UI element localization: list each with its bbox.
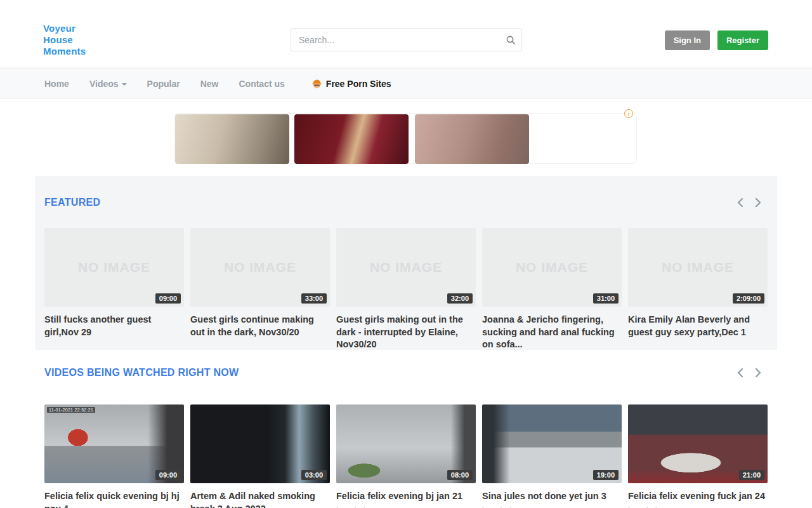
video-title[interactable]: Kira Emily Alan Beverly and guest guy se…: [628, 314, 768, 338]
video-card: NO IMAGE 2:09:00 Kira Emily Alan Beverly…: [628, 228, 768, 351]
nav-item-popular[interactable]: Popular: [147, 79, 180, 89]
header: Voyeur House Moments Sign In Register: [0, 0, 812, 67]
video-card: NO IMAGE 31:00 Joanna & Jericho fingerin…: [482, 228, 622, 351]
duration-badge: 08:00: [447, 470, 473, 480]
chevron-down-icon: [122, 83, 127, 86]
video-card: NO IMAGE 32:00 Guest girls making out in…: [336, 228, 476, 351]
ad-info-icon[interactable]: i: [624, 109, 633, 118]
duration-badge: 09:00: [155, 470, 181, 480]
no-image-placeholder: NO IMAGE: [370, 260, 442, 275]
featured-section: FEATURED NO IMAGE 09:00 Still fucks anot…: [35, 176, 777, 350]
search-bar: [291, 28, 522, 51]
ad-image-3[interactable]: [415, 114, 529, 164]
nav-item-new[interactable]: New: [200, 79, 219, 89]
video-title[interactable]: Felicia felix evening fuck jan 24: [628, 490, 768, 503]
video-thumbnail[interactable]: 03:00: [190, 404, 330, 483]
nav-item-contact-us[interactable]: Contact us: [239, 79, 284, 89]
nav-videos-label: Videos: [89, 79, 119, 89]
cctv-timestamp-overlay: 11-01-2021 22:52:21: [47, 407, 95, 413]
no-image-placeholder: NO IMAGE: [78, 260, 150, 275]
duration-badge: 32:00: [447, 293, 473, 304]
logo-line-1: Voyeur: [43, 23, 86, 34]
carousel-next-button[interactable]: [754, 196, 763, 209]
video-byline: by admin: [482, 505, 622, 508]
video-card: 03:00 Artem & Adil naked smoking break 3…: [190, 404, 330, 508]
page: Voyeur House Moments Sign In Register Ho…: [0, 0, 812, 508]
nav-free-porn-sites-label: Free Porn Sites: [326, 79, 391, 89]
video-thumbnail[interactable]: 19:00: [482, 404, 622, 483]
video-card: NO IMAGE 09:00 Still fucks another guest…: [44, 228, 184, 351]
featured-section-title: FEATURED: [44, 197, 100, 208]
nav-item-free-porn-sites[interactable]: Free Porn Sites: [311, 79, 391, 89]
no-image-placeholder: NO IMAGE: [516, 260, 588, 275]
video-title[interactable]: Joanna & Jericho fingering, sucking and …: [482, 314, 622, 351]
register-button[interactable]: Register: [717, 30, 768, 50]
duration-badge: 2:09:00: [733, 293, 764, 304]
video-card: 11-01-2021 22:52:21 09:00 Felicia felix …: [44, 404, 184, 508]
logo-line-2: House: [43, 34, 86, 46]
video-title[interactable]: Artem & Adil naked smoking break 3 Aug 2…: [190, 490, 330, 508]
video-title[interactable]: Guest girls making out in the dark - int…: [336, 314, 476, 351]
logo-line-3: Moments: [43, 46, 86, 57]
video-thumbnail[interactable]: NO IMAGE 2:09:00: [628, 228, 768, 307]
duration-badge: 31:00: [593, 293, 619, 304]
video-card: 08:00 Felicia felix evening bj jan 21 by…: [336, 404, 476, 508]
ad-image-1[interactable]: [175, 114, 289, 164]
video-thumbnail[interactable]: NO IMAGE 32:00: [336, 228, 476, 307]
video-title[interactable]: Still fucks another guest girl,Nov 29: [44, 314, 184, 338]
site-logo[interactable]: Voyeur House Moments: [43, 23, 86, 57]
video-byline: by admin: [336, 505, 476, 508]
featured-card-row: NO IMAGE 09:00 Still fucks another guest…: [44, 228, 768, 351]
duration-badge: 03:00: [301, 470, 327, 480]
nav-item-videos[interactable]: Videos: [89, 79, 127, 89]
video-thumbnail[interactable]: NO IMAGE 31:00: [482, 228, 622, 307]
featured-carousel-controls: [736, 196, 763, 209]
video-title[interactable]: Felicia felix evening bj jan 21: [336, 490, 476, 503]
search-input[interactable]: [291, 35, 500, 45]
video-title[interactable]: Felicia felix quick evening bj hj nov 4: [44, 490, 184, 508]
ad-banner: i: [174, 113, 637, 164]
search-icon[interactable]: [500, 29, 521, 51]
duration-badge: 33:00: [301, 293, 327, 304]
video-title[interactable]: Guest girls continue making out in the d…: [190, 314, 330, 338]
watched-now-section: VIDEOS BEING WATCHED RIGHT NOW 11-01-202…: [35, 366, 777, 508]
video-card: 21:00 Felicia felix evening fuck jan 24 …: [628, 404, 768, 508]
watched-now-section-title: VIDEOS BEING WATCHED RIGHT NOW: [44, 367, 239, 378]
video-card: 19:00 Sina jules not done yet jun 3 by a…: [482, 404, 622, 508]
watched-card-row: 11-01-2021 22:52:21 09:00 Felicia felix …: [44, 404, 768, 508]
duration-badge: 21:00: [739, 470, 764, 480]
duration-badge: 19:00: [593, 470, 619, 480]
video-card: NO IMAGE 33:00 Guest girls continue maki…: [190, 228, 330, 351]
ad-image-2[interactable]: [294, 114, 409, 164]
video-thumbnail[interactable]: 11-01-2021 22:52:21 09:00: [44, 404, 184, 483]
video-thumbnail[interactable]: NO IMAGE 33:00: [190, 228, 330, 307]
carousel-prev-button[interactable]: [736, 196, 745, 209]
no-image-placeholder: NO IMAGE: [662, 260, 734, 275]
video-thumbnail[interactable]: NO IMAGE 09:00: [44, 228, 184, 307]
nav-item-home[interactable]: Home: [44, 79, 69, 89]
auth-buttons: Sign In Register: [665, 30, 768, 50]
no-image-placeholder: NO IMAGE: [224, 260, 296, 275]
carousel-next-button[interactable]: [754, 366, 763, 379]
carousel-prev-button[interactable]: [736, 366, 745, 379]
duration-badge: 09:00: [155, 293, 181, 304]
helmet-icon: [311, 79, 322, 89]
main-nav: Home Videos Popular New Contact us Free …: [0, 68, 812, 99]
video-title[interactable]: Sina jules not done yet jun 3: [482, 490, 622, 503]
video-byline: by admin: [628, 505, 768, 508]
video-thumbnail[interactable]: 08:00: [336, 404, 476, 483]
watched-carousel-controls: [736, 366, 763, 379]
sign-in-button[interactable]: Sign In: [665, 30, 710, 50]
video-thumbnail[interactable]: 21:00: [628, 404, 768, 483]
